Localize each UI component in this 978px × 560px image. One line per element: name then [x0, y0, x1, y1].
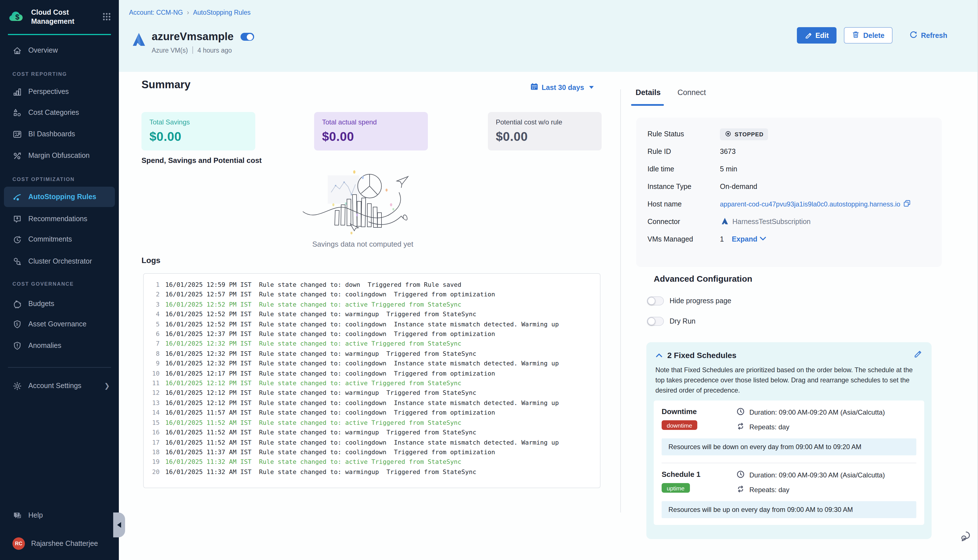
card-label: Total Savings: [149, 118, 247, 126]
log-line: 316/01/2025 12:52 PM IST Rule state chan…: [149, 300, 597, 310]
sidebar-item-label: Cost Categories: [28, 108, 79, 117]
refresh-button[interactable]: Refresh: [906, 27, 951, 43]
user-name: Rajarshee Chatterjee: [31, 540, 98, 548]
empty-chart-message: Savings data not computed yet: [289, 240, 436, 248]
empty-chart-illustration: [300, 167, 425, 239]
sidebar-item-commitments[interactable]: Commitments: [0, 229, 119, 250]
sidebar-item-margin-obfuscation[interactable]: Margin Obfuscation: [0, 145, 119, 166]
sidebar-item-label: AutoStopping Rules: [28, 193, 96, 201]
tab-details[interactable]: Details: [636, 88, 661, 97]
edit-schedules-icon[interactable]: [913, 350, 923, 361]
sidebar-item-label: Overview: [28, 47, 58, 54]
sidebar-collapse-button[interactable]: [113, 512, 125, 537]
sidebar-item-cost-categories[interactable]: Cost Categories: [0, 102, 119, 123]
breadcrumb-section-link[interactable]: AutoStopping Rules: [193, 9, 250, 16]
expand-vms-button[interactable]: Expand: [732, 235, 766, 243]
rule-enabled-toggle[interactable]: [240, 33, 254, 41]
schedule-info-uptime: Resources will be up on every day from 0…: [662, 502, 916, 518]
schedules-list: Downtime downtime Duration: 09:00 AM-09:…: [654, 401, 924, 525]
caret-down-icon: [589, 86, 594, 89]
card-value: $0.00: [496, 130, 594, 144]
schedule-divider: [662, 463, 916, 463]
sidebar-item-perspectives[interactable]: Perspectives: [0, 82, 119, 102]
shapes-icon: [12, 108, 22, 117]
sidebar-item-budgets[interactable]: Budgets: [0, 293, 119, 314]
active-tab-indicator: [631, 104, 664, 106]
host-name-link[interactable]: apparent-cod-cu47pvu93ja1is9la0c0.autost…: [720, 200, 900, 208]
trash-icon: [852, 30, 860, 40]
clock-icon: [736, 408, 745, 418]
spend-chart-title: Spend, Savings and Potential cost: [142, 156, 262, 165]
schedule-item-uptime[interactable]: Schedule 1 uptime Duration: 09:00 AM-09:…: [662, 470, 916, 495]
log-line: 816/01/2025 12:32 PM IST Rule state chan…: [149, 349, 597, 359]
sidebar-item-label: Perspectives: [28, 88, 69, 96]
sidebar-item-autostopping-rules[interactable]: AutoStopping Rules: [4, 187, 115, 207]
schedule-repeats: Repeats: day: [749, 423, 789, 431]
card-value: $0.00: [149, 130, 247, 144]
sidebar-item-asset-governance[interactable]: $ Asset Governance: [0, 314, 119, 334]
user-profile[interactable]: RC Rajarshee Chatterjee: [0, 536, 119, 552]
log-line: 1116/01/2025 12:12 PM IST Rule state cha…: [149, 378, 597, 388]
chevron-right-icon: ❯: [104, 382, 110, 390]
schedule-item-downtime[interactable]: Downtime downtime Duration: 09:00 AM-09:…: [662, 408, 916, 432]
sidebar-item-bi-dashboards[interactable]: BI Dashboards: [0, 124, 119, 144]
downtime-badge: downtime: [662, 420, 697, 430]
app-grid-icon[interactable]: [102, 12, 111, 23]
schedule-name: Downtime: [662, 408, 736, 416]
chat-support-icon[interactable]: [960, 530, 973, 545]
date-range-picker[interactable]: Last 30 days: [530, 83, 594, 92]
breadcrumb-account-link[interactable]: Account: CCM-NG: [129, 9, 183, 16]
log-line: 1516/01/2025 11:52 AM IST Rule state cha…: [149, 418, 597, 428]
idle-time-value: 5 min: [720, 165, 737, 173]
copy-icon[interactable]: [903, 200, 911, 209]
stop-icon: [724, 130, 732, 138]
fixed-schedules-title: 2 Fixed Schedules: [667, 351, 736, 360]
sidebar-item-label: Help: [28, 512, 43, 519]
content-vertical-divider: [620, 89, 621, 512]
edit-button[interactable]: Edit: [797, 27, 836, 43]
sidebar-item-anomalies[interactable]: Anomalies: [0, 335, 119, 356]
log-line: 116/01/2025 12:59 PM IST Rule state chan…: [149, 280, 597, 290]
idle-time-label: Idle time: [648, 165, 720, 173]
clock-icon: [736, 470, 745, 480]
page-title: azureVmsample: [152, 30, 234, 43]
advanced-config-heading: Advanced Configuration: [654, 274, 752, 283]
sidebar-item-cluster-orchestrator[interactable]: Cluster Orchestrator: [0, 251, 119, 272]
vms-managed-label: VMs Managed: [648, 235, 720, 243]
log-line: 2016/01/2025 11:32 AM IST Rule state cha…: [149, 467, 597, 477]
svg-text:$: $: [16, 322, 18, 326]
tab-connect[interactable]: Connect: [678, 88, 706, 97]
cluster-icon: [12, 257, 22, 266]
bar-chart-icon: [12, 87, 22, 97]
fixed-schedules-panel: 2 Fixed Schedules Note that Fixed Schedu…: [646, 342, 931, 539]
uptime-badge: uptime: [662, 483, 689, 493]
sidebar-item-label: Recommendations: [28, 215, 87, 223]
log-line: 1316/01/2025 12:12 PM IST Rule state cha…: [149, 398, 597, 408]
dry-run-toggle[interactable]: [647, 317, 664, 326]
sidebar-item-overview[interactable]: Overview: [0, 40, 119, 60]
log-line: 1716/01/2025 11:52 AM IST Rule state cha…: [149, 438, 597, 447]
date-range-label: Last 30 days: [542, 83, 584, 92]
host-name-label: Host name: [648, 200, 720, 208]
section-label-cost-governance: COST GOVERNANCE: [12, 281, 74, 287]
percent-icon: [12, 151, 22, 160]
sidebar-item-account-settings[interactable]: Account Settings ❯: [0, 376, 119, 396]
chevron-up-icon[interactable]: [655, 351, 663, 360]
sidebar-item-help[interactable]: ? Help: [0, 505, 119, 525]
schedule-info-downtime: Resources will be down on every day from…: [662, 439, 916, 456]
sidebar-item-recommendations[interactable]: Recommendations: [0, 209, 119, 229]
recommendations-icon: [12, 214, 22, 224]
refresh-icon: [909, 30, 918, 40]
section-label-cost-optimization: COST OPTIMIZATION: [12, 177, 75, 182]
hide-progress-toggle[interactable]: [647, 297, 664, 305]
sidebar-item-label: Anomalies: [28, 342, 62, 350]
total-actual-spend-card: Total actual spend $0.00: [314, 112, 428, 150]
log-line: 1416/01/2025 11:57 AM IST Rule state cha…: [149, 408, 597, 418]
app-logo-row: $ Cloud Cost Management: [0, 6, 119, 29]
pencil-icon: [804, 31, 812, 40]
refresh-button-label: Refresh: [921, 32, 947, 39]
sidebar-item-label: BI Dashboards: [28, 130, 75, 138]
delete-button[interactable]: Delete: [844, 27, 893, 43]
logs-panel[interactable]: 116/01/2025 12:59 PM IST Rule state chan…: [143, 273, 601, 488]
svg-text:$: $: [15, 13, 20, 21]
